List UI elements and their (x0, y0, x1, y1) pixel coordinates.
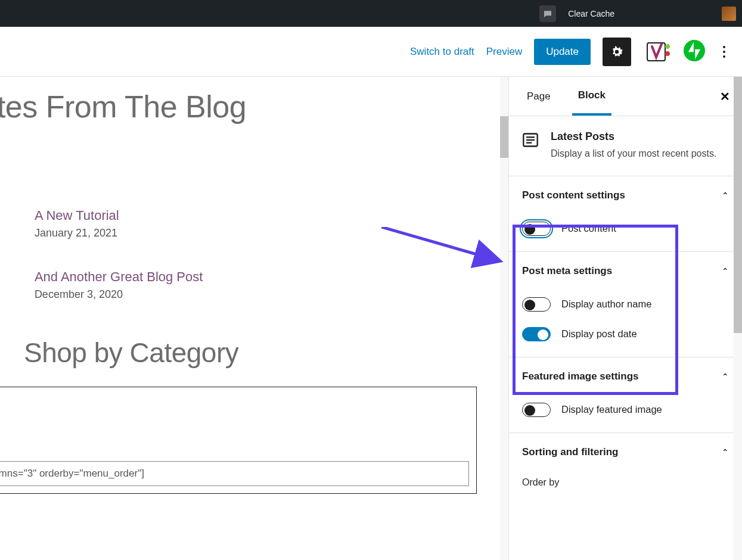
post-item[interactable]: A New Tutorial January 21, 2021 (35, 208, 203, 239)
preview-button[interactable]: Preview (486, 46, 522, 58)
shortcode-input[interactable] (0, 461, 469, 486)
section-sorting: Sorting and filtering ⌃ Order by (509, 433, 742, 500)
scrollbar-thumb[interactable] (734, 77, 742, 333)
section-title: Featured image settings (522, 371, 639, 382)
svg-point-3 (684, 40, 705, 61)
section-title: Sorting and filtering (522, 446, 619, 458)
post-item[interactable]: And Another Great Blog Post December 3, … (35, 269, 203, 301)
section-header[interactable]: Sorting and filtering ⌃ (522, 433, 729, 471)
comments-icon[interactable] (539, 5, 556, 22)
update-button[interactable]: Update (534, 39, 591, 65)
jetpack-icon[interactable] (684, 40, 705, 64)
toggle-post-date[interactable] (522, 327, 551, 341)
toggle-post-content[interactable] (522, 222, 551, 236)
shop-heading[interactable]: Shop by Category (24, 337, 501, 369)
editor-toolbar: Switch to draft Preview Update (0, 27, 742, 77)
tab-block[interactable]: Block (572, 77, 611, 116)
post-date: December 3, 2020 (35, 288, 203, 301)
user-avatar[interactable] (722, 7, 736, 21)
svg-point-1 (665, 44, 670, 49)
block-description: Display a list of your most recent posts… (551, 147, 716, 161)
latest-posts-block[interactable]: Information About a Topic January 21, 20… (0, 208, 501, 301)
canvas-scrollbar[interactable] (500, 77, 508, 560)
close-icon[interactable]: ✕ (720, 89, 730, 104)
tab-page[interactable]: Page (521, 77, 557, 116)
block-title: Latest Posts (551, 130, 716, 143)
yoast-icon[interactable] (643, 38, 672, 66)
section-header[interactable]: Featured image settings ⌃ (522, 357, 729, 396)
settings-sidebar: Page Block ✕ Latest Posts Display a list… (508, 77, 742, 560)
admin-bar: Clear Cache (0, 0, 742, 27)
switch-to-draft-button[interactable]: Switch to draft (410, 46, 474, 58)
editor-canvas[interactable]: Latest Updates From The Blog Information… (0, 77, 508, 560)
more-options-icon[interactable] (717, 46, 731, 58)
block-header: Latest Posts Display a list of your most… (509, 116, 742, 176)
post-date: January 21, 2021 (35, 227, 203, 239)
section-post-content: Post content settings ⌃ Post content (509, 176, 742, 252)
toggle-author-name[interactable] (522, 297, 551, 312)
scrollbar-thumb[interactable] (500, 116, 508, 158)
toggle-featured-image[interactable] (522, 403, 551, 417)
sidebar-tabs: Page Block ✕ (509, 77, 742, 116)
page-heading[interactable]: Latest Updates From The Blog (0, 89, 501, 125)
toggle-label: Display featured image (561, 404, 662, 415)
section-header[interactable]: Post content settings ⌃ (522, 176, 729, 214)
post-link[interactable]: And Another Great Blog Post (35, 269, 203, 285)
section-title: Post content settings (522, 189, 625, 201)
chevron-up-icon: ⌃ (722, 191, 729, 200)
clear-cache-link[interactable]: Clear Cache (568, 9, 614, 18)
svg-point-2 (665, 51, 670, 56)
section-header[interactable]: Post meta settings ⌃ (522, 252, 729, 290)
toggle-label: Display post date (561, 328, 637, 340)
chevron-up-icon: ⌃ (722, 447, 729, 457)
post-link[interactable]: A New Tutorial (35, 208, 203, 223)
section-featured-image: Featured image settings ⌃ Display featur… (509, 357, 742, 433)
section-post-meta: Post meta settings ⌃ Display author name… (509, 252, 742, 357)
shortcode-block[interactable] (0, 387, 477, 494)
latest-posts-icon (522, 132, 539, 148)
workspace: Latest Updates From The Blog Information… (0, 77, 742, 560)
settings-icon[interactable] (603, 38, 631, 66)
sidebar-scrollbar[interactable] (734, 77, 742, 560)
section-title: Post meta settings (522, 265, 612, 277)
chevron-up-icon: ⌃ (722, 266, 729, 276)
toggle-label: Post content (561, 223, 616, 234)
toggle-label: Display author name (561, 298, 651, 310)
chevron-up-icon: ⌃ (722, 372, 729, 381)
orderby-label: Order by (522, 471, 729, 500)
